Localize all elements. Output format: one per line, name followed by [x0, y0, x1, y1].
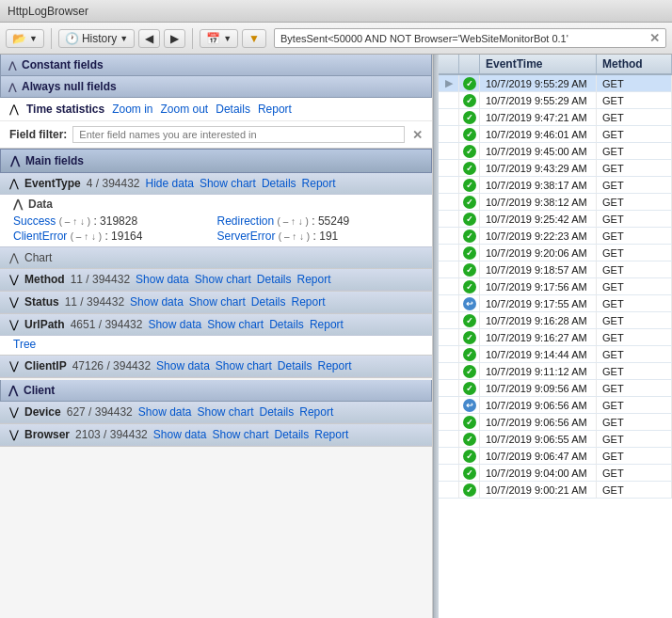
event-type-section: ⋀ EventType 4 / 394432 Hide data Show ch… — [0, 173, 432, 269]
server-error-link[interactable]: ServerError — [217, 230, 276, 243]
status-report[interactable]: Report — [292, 295, 326, 309]
urlpath-details[interactable]: Details — [269, 318, 304, 331]
table-row[interactable]: ✓10/7/2019 9:43:29 AMGET — [439, 160, 672, 177]
time-report-link[interactable]: Report — [258, 103, 292, 116]
method-show-data[interactable]: Show data — [136, 273, 189, 286]
table-row[interactable]: ✓10/7/2019 9:16:28 AMGET — [439, 312, 672, 329]
table-row[interactable]: ▶✓10/7/2019 9:55:29 AMGET — [439, 75, 672, 92]
chart-collapse-chevron: ⋀ — [9, 251, 19, 264]
row-time: 10/7/2019 9:47:21 AM — [480, 109, 597, 125]
client-error-link[interactable]: ClientError — [13, 230, 67, 243]
status-show-data[interactable]: Show data — [130, 295, 184, 309]
row-time: 10/7/2019 9:55:29 AM — [480, 75, 597, 91]
urlpath-report[interactable]: Report — [310, 318, 344, 331]
urlpath-tree-link[interactable]: Tree — [13, 338, 36, 351]
table-row[interactable]: ↩10/7/2019 9:17:55 AMGET — [439, 295, 672, 312]
table-row[interactable]: ✓10/7/2019 9:47:21 AMGET — [439, 109, 672, 126]
zoom-out-link[interactable]: Zoom out — [161, 103, 209, 116]
redirection-link[interactable]: Redirection — [217, 214, 275, 228]
browser-show-data[interactable]: Show data — [153, 428, 207, 441]
table-row[interactable]: ✓10/7/2019 9:00:21 AMGET — [439, 482, 672, 499]
table-row[interactable]: ✓10/7/2019 9:06:55 AMGET — [439, 431, 672, 448]
browser-report[interactable]: Report — [314, 428, 348, 441]
history-button[interactable]: 🕐 History ▼ — [58, 29, 135, 48]
table-body: ▶✓10/7/2019 9:55:29 AMGET✓10/7/2019 9:55… — [439, 75, 672, 618]
status-details[interactable]: Details — [251, 295, 286, 309]
row-time: 10/7/2019 9:11:12 AM — [480, 363, 597, 379]
forward-button[interactable]: ▶ — [164, 29, 185, 48]
filter-clear-button[interactable]: ✕ — [649, 31, 660, 45]
filter-button[interactable]: ▼ — [242, 29, 266, 48]
col-eventtime-header[interactable]: EventTime — [480, 55, 597, 73]
main-area: ⋀ Constant fields ⋀ Always null fields ⋀… — [0, 55, 672, 618]
row-method: GET — [597, 194, 672, 210]
event-type-show-chart[interactable]: Show chart — [200, 177, 256, 190]
table-row[interactable]: ↩10/7/2019 9:06:56 AMGET — [439, 397, 672, 414]
row-method: GET — [597, 75, 672, 91]
table-row[interactable]: ✓10/7/2019 9:18:57 AMGET — [439, 261, 672, 278]
row-arrow — [439, 177, 459, 193]
always-null-fields-header[interactable]: ⋀ Always null fields — [0, 76, 432, 98]
table-row[interactable]: ✓10/7/2019 9:46:01 AMGET — [439, 126, 672, 143]
table-row[interactable]: ✓10/7/2019 9:38:17 AMGET — [439, 177, 672, 194]
table-row[interactable]: ✓10/7/2019 9:09:56 AMGET — [439, 380, 672, 397]
field-filter-clear[interactable]: ✕ — [412, 128, 423, 142]
main-fields-label: Main fields — [25, 154, 84, 167]
row-status: ✓ — [459, 177, 480, 193]
row-status: ✓ — [459, 363, 480, 379]
row-time: 10/7/2019 9:06:56 AM — [480, 397, 597, 413]
event-type-report[interactable]: Report — [302, 177, 336, 190]
back-button[interactable]: ◀ — [138, 29, 160, 48]
clientip-show-data[interactable]: Show data — [156, 359, 210, 372]
field-filter-input[interactable] — [72, 126, 405, 143]
table-row[interactable]: ✓10/7/2019 9:25:42 AMGET — [439, 211, 672, 228]
method-report[interactable]: Report — [297, 273, 331, 286]
row-method: GET — [597, 312, 672, 328]
urlpath-show-chart[interactable]: Show chart — [207, 318, 264, 331]
table-row[interactable]: ✓10/7/2019 9:14:44 AMGET — [439, 346, 672, 363]
success-link[interactable]: Success — [13, 214, 56, 228]
main-fields-header[interactable]: ⋀ Main fields — [0, 149, 432, 173]
table-row[interactable]: ✓10/7/2019 9:55:29 AMGET — [439, 92, 672, 109]
row-method: GET — [597, 329, 672, 345]
table-row[interactable]: ✓10/7/2019 9:22:23 AMGET — [439, 228, 672, 245]
constant-fields-header[interactable]: ⋀ Constant fields — [0, 55, 432, 76]
table-row[interactable]: ✓10/7/2019 9:04:00 AMGET — [439, 465, 672, 482]
clientip-details[interactable]: Details — [278, 359, 312, 372]
time-details-link[interactable]: Details — [216, 103, 250, 116]
method-label: Method — [24, 273, 65, 286]
table-row[interactable]: ✓10/7/2019 9:17:56 AMGET — [439, 278, 672, 295]
clientip-show-chart[interactable]: Show chart — [216, 359, 272, 372]
table-row[interactable]: ✓10/7/2019 9:38:12 AMGET — [439, 194, 672, 211]
table-row[interactable]: ✓10/7/2019 9:20:06 AMGET — [439, 245, 672, 261]
table-row[interactable]: ✓10/7/2019 9:11:12 AMGET — [439, 363, 672, 380]
browser-details[interactable]: Details — [275, 428, 310, 441]
table-row[interactable]: ✓10/7/2019 9:45:00 AMGET — [439, 143, 672, 160]
row-arrow — [439, 194, 459, 210]
row-method: GET — [597, 346, 672, 362]
table-row[interactable]: ✓10/7/2019 9:06:56 AMGET — [439, 414, 672, 431]
method-details[interactable]: Details — [257, 273, 292, 286]
zoom-in-link[interactable]: Zoom in — [112, 103, 152, 116]
browser-show-chart[interactable]: Show chart — [213, 428, 269, 441]
event-type-hide-data[interactable]: Hide data — [146, 177, 194, 190]
table-row[interactable]: ✓10/7/2019 9:16:27 AMGET — [439, 329, 672, 346]
urlpath-show-data[interactable]: Show data — [148, 318, 201, 331]
row-method: GET — [597, 295, 672, 311]
client-section-header[interactable]: ⋀ Client — [0, 380, 432, 402]
title-bar: HttpLogBrowser — [0, 0, 672, 23]
device-details[interactable]: Details — [260, 405, 295, 419]
event-type-details[interactable]: Details — [262, 177, 296, 190]
table-row[interactable]: ✓10/7/2019 9:06:47 AMGET — [439, 448, 672, 465]
status-show-chart[interactable]: Show chart — [189, 295, 246, 309]
device-show-chart[interactable]: Show chart — [198, 405, 254, 419]
device-show-data[interactable]: Show data — [138, 405, 192, 419]
time-statistics-row: ⋀ Time statistics Zoom in Zoom out Detai… — [0, 98, 432, 121]
calendar-button[interactable]: 📅 ▼ — [200, 29, 238, 48]
field-filter-label: Field filter: — [9, 128, 67, 141]
col-method-header[interactable]: Method — [597, 55, 672, 73]
folder-button[interactable]: 📂 ▼ — [6, 29, 44, 48]
clientip-report[interactable]: Report — [318, 359, 352, 372]
method-show-chart[interactable]: Show chart — [195, 273, 251, 286]
device-report[interactable]: Report — [299, 405, 333, 419]
